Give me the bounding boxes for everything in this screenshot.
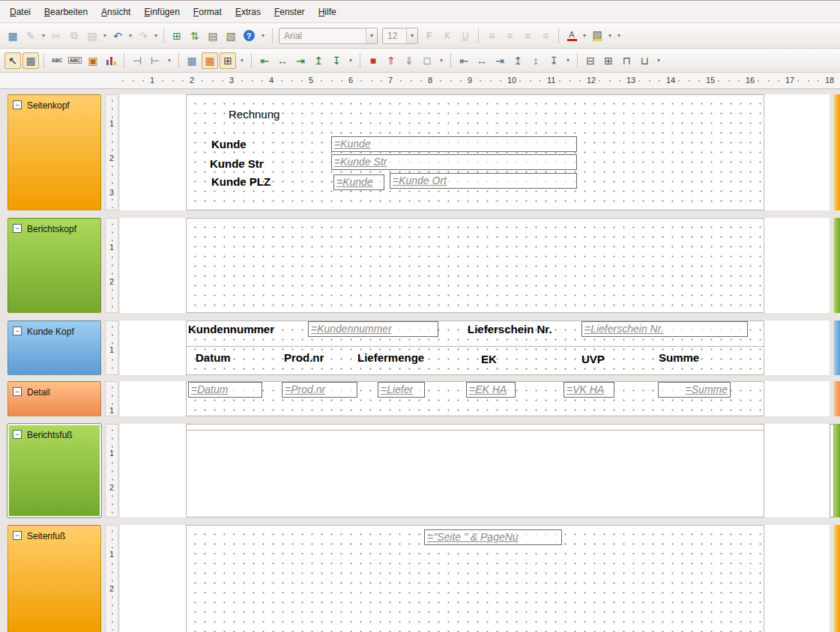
toolbar-more-icon[interactable]: ▾ [564,57,572,64]
select-pointer-icon[interactable]: ↖ [4,52,21,69]
menu-einfgen[interactable]: Einfügen [137,3,186,21]
save-icon[interactable]: ▦ [4,28,21,44]
kunde-ort-field[interactable]: =Kunde Ort [390,173,577,189]
font-color-icon[interactable]: A [563,28,580,44]
highlighting-dropdown-icon[interactable]: ▾ [606,32,614,39]
center-objects-horizontal-icon[interactable]: ↔ [474,52,490,69]
sorting-grouping-icon[interactable]: ⇅ [187,28,203,44]
align-top-edge-icon[interactable]: ↥ [310,52,327,69]
edit-icon[interactable]: ✎ [22,28,39,44]
cut-icon[interactable]: ✂ [48,28,64,44]
toolbar-more-icon[interactable]: ▾ [655,57,662,64]
kunde-str-field[interactable]: =Kunde Str [331,154,577,170]
center-objects-vertical-icon[interactable]: ↕ [528,52,544,69]
lieferschein-label[interactable]: Lieferschein Nr. [468,323,552,335]
menu-bearbeiten[interactable]: Bearbeiten [37,3,94,21]
section-header-kunde-kopf[interactable]: − Kunde Kopf [7,320,101,375]
page-area-detail[interactable]: =Datum =Prod.nr =Liefer =EK HA =VK HA =S… [186,381,764,416]
page-area-berichtskopf[interactable] [186,218,764,313]
datasource-table-icon[interactable]: ⊞ [169,28,185,44]
space-equally-vertical-icon[interactable]: ↥ [510,52,526,69]
collapse-icon[interactable]: − [13,430,22,439]
toolbar-more-icon[interactable]: ▾ [347,57,354,64]
underline-icon[interactable]: U [457,28,474,44]
move-up-one-icon[interactable]: ⇑ [383,52,399,69]
page-area-berichtsfuss[interactable] [186,424,764,517]
add-field-icon[interactable]: ▤ [205,28,221,44]
menu-ansicht[interactable]: Ansicht [94,3,137,21]
collapse-icon[interactable]: − [13,387,22,396]
report-navigator-icon[interactable]: ▧ [223,28,239,44]
page-area-kunde-kopf[interactable]: Kundennummer =Kundennummer Lieferschein … [186,320,764,375]
undo-dropdown-icon[interactable]: ▾ [127,32,134,39]
image-control-icon[interactable]: ▣ [85,52,101,69]
copy-icon[interactable]: ⧉ [66,28,82,44]
font-name-combo[interactable]: Arial ▾ [279,28,378,44]
space-equally-horizontal-icon[interactable]: ⇤ [456,52,472,69]
move-down-one-icon[interactable]: ⇓ [401,52,417,69]
page-area-seitenkopf[interactable]: Rechnung Kunde Kunde Str Kunde PLZ =Kund… [186,94,764,210]
italic-icon[interactable]: K [439,28,456,44]
page-area-seitenfuss[interactable]: ="Seite " & PageNu [186,525,764,632]
column-header-liefermenge[interactable]: Liefermenge [357,351,424,364]
collapse-icon[interactable]: − [13,531,22,540]
toolbar-more-icon[interactable]: ▾ [259,32,267,39]
font-size-combo[interactable]: 12 ▾ [382,28,418,44]
snap-to-grid-icon[interactable]: ⊞ [220,52,236,69]
greatest-height-icon[interactable]: ⊔ [636,52,653,69]
lieferschein-field[interactable]: =Lieferschein Nr. [581,321,748,337]
paste-icon[interactable]: ▤ [84,28,100,44]
section-header-berichtskopf[interactable]: − Berichtskopf [7,218,101,313]
center-horizontal-icon[interactable]: ↔ [274,52,291,69]
align-justify-icon[interactable]: ≡ [537,28,554,44]
shrink-section-top-icon[interactable]: ⊣ [129,52,145,69]
menu-extras[interactable]: Extras [229,3,268,21]
edit-dropdown-icon[interactable]: ▾ [40,32,47,39]
toolbar-more-icon[interactable]: ▾ [438,57,445,64]
kunde-label[interactable]: Kunde [211,138,247,151]
menu-format[interactable]: Format [187,3,229,21]
toolbar-more-icon[interactable]: ▾ [615,32,623,39]
kunde-str-label[interactable]: Kunde Str [210,157,264,170]
prodnr-field[interactable]: =Prod.nr [282,382,357,398]
smallest-width-icon[interactable]: ⊟ [582,52,599,69]
align-right-edge-icon[interactable]: ⇥ [292,52,309,69]
undo-icon[interactable]: ↶ [109,28,126,44]
summe-field[interactable]: =Summe [658,382,731,398]
datum-field[interactable]: =Datum [188,382,262,398]
section-header-berichtsfuss[interactable]: − Berichtsfuß [7,424,101,517]
kundennummer-field[interactable]: =Kundennummer [308,321,438,337]
send-to-back-icon[interactable]: □ [419,52,435,69]
section-header-seitenkopf[interactable]: − Seitenkopf [7,94,101,210]
guides-icon[interactable]: ▦ [202,52,218,69]
column-header-datum[interactable]: Datum [196,351,231,364]
ek-field[interactable]: =EK HA [466,382,516,398]
kunde-plz-field[interactable]: =Kunde [333,174,384,190]
section-header-seitenfuss[interactable]: − Seitenfuß [7,525,101,632]
paste-dropdown-icon[interactable]: ▾ [101,32,109,39]
bring-to-front-icon[interactable]: ■ [365,52,381,69]
column-header-summe[interactable]: Summe [659,351,699,364]
greatest-width-icon[interactable]: ⊞ [600,52,617,69]
toolbar-more-icon[interactable]: ▾ [166,57,173,64]
bold-icon[interactable]: F [421,28,438,44]
highlighting-icon[interactable]: ▧ [589,28,605,44]
chart-icon[interactable] [103,52,119,69]
space-bottom-icon[interactable]: ↧ [546,52,562,69]
column-header-prodnr[interactable]: Prod.nr [284,351,324,364]
grid-icon[interactable]: ▦ [184,52,200,69]
align-right-icon[interactable]: ≡ [519,28,536,44]
collapse-icon[interactable]: − [13,326,22,335]
report-title-label[interactable]: Rechnung [229,108,280,121]
collapse-icon[interactable]: − [13,100,22,109]
formatted-field-icon[interactable]: ABC [67,52,83,69]
column-header-ek[interactable]: EK [481,353,497,365]
redo-dropdown-icon[interactable]: ▾ [152,32,160,39]
align-center-icon[interactable]: ≡ [501,28,518,44]
smallest-height-icon[interactable]: ⊓ [618,52,635,69]
align-left-edge-icon[interactable]: ⇤ [256,52,273,69]
section-header-detail[interactable]: − Detail [7,381,101,416]
menu-datei[interactable]: Datei [3,3,37,21]
column-header-uvp[interactable]: UVP [581,353,605,365]
menu-fenster[interactable]: Fenster [268,3,312,21]
